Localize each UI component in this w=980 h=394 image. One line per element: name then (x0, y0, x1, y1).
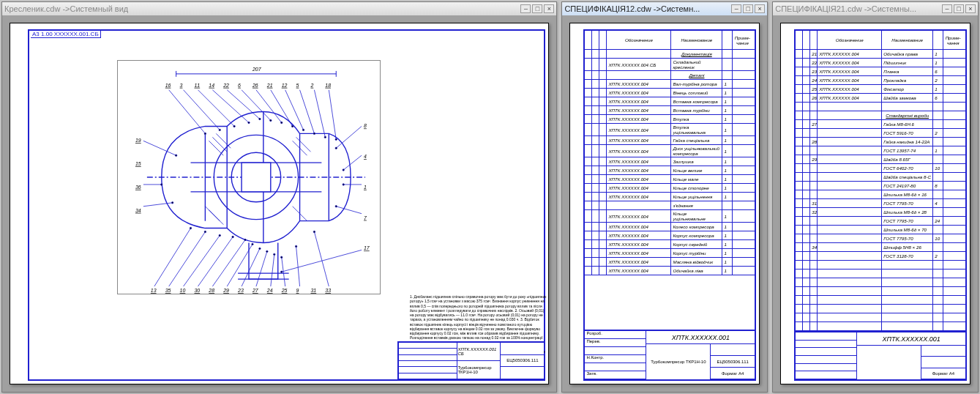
spec-row: ХПТК.XXXXXX.004Корпус компресора1 (585, 231, 755, 240)
tb-name: Турбокомпресор ТКР1Н-10 (457, 361, 500, 379)
close-button[interactable]: × (755, 4, 765, 13)
spec-row: 26ХПТК.XXXXXX.004Шайба замкова6 (796, 94, 965, 103)
spec1-frame: ОбозначениеНаименованиеПриме-чание Докум… (583, 29, 756, 381)
svg-point-10 (219, 129, 220, 130)
callout-number: 25 (281, 288, 288, 293)
callout-number: 12 (282, 83, 288, 88)
maximize-button[interactable]: □ (954, 4, 964, 13)
spec-row: ГОСТ 3128-702 (796, 252, 965, 261)
titlebar-spec1[interactable]: СПЕЦИФІКАЦІЯ12.cdw ->Системн... – □ × (562, 2, 767, 15)
svg-point-62 (266, 250, 268, 252)
spec-row: Шпилька М8-6д × 16 (796, 190, 965, 199)
spec2-header: ОбозначениеНаименованиеПриме-чання (796, 31, 965, 50)
svg-point-52 (219, 234, 220, 236)
svg-point-32 (335, 147, 337, 149)
spec-row: 25ХПТК.XXXXXX.004Фіксатор1 (796, 85, 965, 94)
callout-number: 13 (151, 288, 157, 293)
drawing-viewport: 207 (117, 60, 381, 294)
spec-row: Шайба спеціальна 8-С (796, 173, 965, 182)
svg-point-18 (270, 119, 272, 121)
svg-line-19 (256, 90, 282, 123)
svg-line-59 (242, 248, 260, 286)
spec1-header: ОбозначениеНаименованиеПриме-чание (585, 31, 755, 50)
svg-point-28 (324, 136, 326, 138)
spec-row (796, 287, 965, 296)
spec-row: Деталі (585, 71, 755, 80)
spec-row: ХПТК.XXXXXX.004Корпус турбіни1 (585, 249, 755, 258)
spec-row: Стандартні вироби (796, 111, 965, 120)
callout-number: 36 (135, 185, 141, 190)
callout-number: 11 (194, 83, 200, 88)
callout-number: 8 (364, 123, 367, 128)
minimize-button[interactable]: – (731, 4, 741, 13)
spec-row: ХПТК.XXXXXX.004Вал-турбіна ротора1 (585, 80, 755, 89)
callout-number: 2 (310, 83, 313, 88)
svg-point-8 (204, 133, 206, 134)
callout-number: 14 (209, 83, 214, 88)
spec-row: 24ХПТК.XXXXXX.004Прокладка2 (796, 76, 965, 85)
svg-point-30 (335, 138, 337, 140)
callout-number: 21 (266, 83, 273, 88)
spec-row: 32Шпилька М8-6д × 28 (796, 208, 965, 217)
drawing-frame: А3 1.00 XXXXXX.001.СБ 207 (28, 29, 545, 381)
spec-row (796, 322, 965, 331)
spec-row: з'єднання (585, 201, 755, 210)
spec1-code: ХПТК.XXXXXX.001 (646, 331, 755, 344)
svg-point-24 (302, 129, 304, 130)
callout-number: 5 (296, 83, 299, 88)
spec-row: ХПТК.XXXXXX.004Заглушка1 (585, 157, 755, 166)
svg-point-64 (274, 253, 275, 255)
spec2-frame: ОбозначениеНаименованиеПриме-чання 21ХПТ… (794, 29, 967, 381)
svg-line-63 (271, 254, 274, 286)
spec-row (796, 296, 965, 305)
callout-number: 4 (364, 154, 367, 159)
svg-point-14 (248, 122, 250, 123)
spec-row: ХПТК.XXXXXX.004Кільце ущільнювальне1 (585, 210, 755, 223)
svg-line-39 (282, 250, 362, 272)
svg-rect-6 (242, 163, 271, 192)
spec-row: ХПТК.XXXXXX.004Втулка ущільнювальна1 (585, 124, 755, 136)
spec-row (796, 278, 965, 287)
svg-line-15 (227, 90, 260, 119)
format-label: А3 1.00 XXXXXX.001.СБ (31, 30, 101, 38)
close-button[interactable]: × (965, 4, 976, 13)
svg-line-13 (212, 90, 249, 123)
callout-number: 26 (252, 83, 258, 88)
spec-row: ГОСТ 7795-7024 (796, 217, 965, 226)
callout-number: 16 (165, 83, 171, 88)
spec-row: ХПТК.XXXXXX.004Втулка1 (585, 115, 755, 124)
callout-number: 3 (180, 83, 183, 88)
svg-point-66 (281, 256, 283, 258)
window-spec2: СПЕЦИФІКАЦІЯ21.cdw ->Системны... – □ × О… (772, 1, 979, 393)
spec-row (796, 261, 965, 270)
svg-line-37 (336, 207, 362, 214)
maximize-button[interactable]: □ (743, 4, 753, 13)
spec-row (796, 270, 965, 278)
spec-row: ХПТК.XXXXXX.004Кільце мале1 (585, 175, 755, 184)
spec1-doc-code: ЕЦ5050306.111 (711, 356, 755, 368)
svg-point-50 (204, 231, 206, 232)
minimize-button[interactable]: – (520, 4, 531, 13)
svg-point-38 (335, 206, 337, 207)
svg-line-31 (336, 126, 362, 148)
drawing-titleblock: ХПТК.XXXXXX.001 СБ Турбокомпресор ТКР1Н-… (397, 341, 544, 379)
callout-number: 10 (180, 288, 186, 293)
spec-row: ГОСТ 24197-808 (796, 182, 965, 190)
callout-number: 28 (208, 288, 214, 293)
spec-row: ХПТК.XXXXXX.004.СБСкладальний кресленик (585, 59, 755, 71)
spec-row (796, 313, 965, 322)
minimize-button[interactable]: – (942, 4, 952, 13)
svg-line-67 (296, 246, 300, 286)
spec-row: ГОСТ 5916-702 (796, 129, 965, 138)
callout-number: 1 (364, 185, 367, 190)
close-button[interactable]: × (544, 4, 554, 13)
callout-number: 31 (310, 288, 316, 293)
callout-number: 30 (194, 288, 200, 293)
spec-row: ХПТК.XXXXXX.004Вінець сопловий1 (585, 89, 755, 97)
svg-point-34 (343, 169, 344, 171)
svg-line-9 (184, 90, 220, 130)
titlebar-spec2[interactable]: СПЕЦИФІКАЦІЯ21.cdw ->Системны... – □ × (773, 2, 978, 15)
maximize-button[interactable]: □ (532, 4, 542, 13)
svg-line-21 (271, 90, 293, 127)
titlebar-drawing[interactable]: Кресленик.cdw ->Системный вид – □ × (2, 2, 556, 15)
